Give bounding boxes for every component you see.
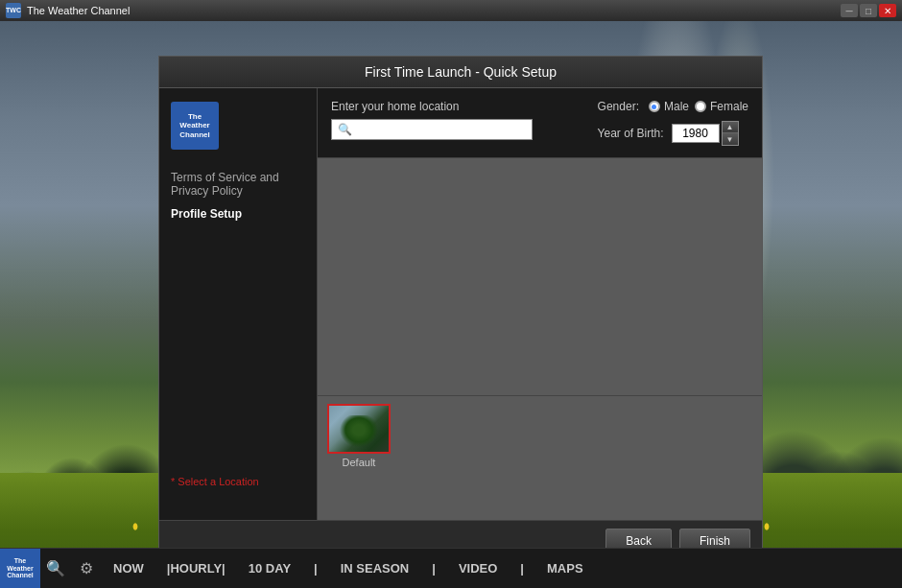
theme-default-item[interactable]: Default (327, 404, 391, 512)
logo-line3: Channel (179, 130, 210, 140)
dialog-sidebar: The Weather Channel Terms of Service and… (159, 88, 318, 520)
close-button[interactable]: ✕ (879, 4, 896, 17)
taskbar-nav: NOW |HOURLY| 10 DAY | IN SEASON | VIDEO … (102, 549, 902, 589)
titlebar-buttons: ─ □ ✕ (841, 4, 896, 17)
taskbar-logo: The Weather Channel (0, 549, 40, 589)
content-thumbs: Default (318, 395, 762, 520)
yob-increment-button[interactable]: ▲ (723, 122, 738, 133)
taskbar-nav-10day[interactable]: 10 DAY (237, 549, 302, 589)
app-icon: TWC (6, 3, 21, 18)
yob-input-wrap: ▲ ▼ (672, 121, 739, 146)
profile-label: Profile Setup (171, 207, 242, 221)
content-middle (318, 158, 762, 395)
taskbar: The Weather Channel 🔍 ⚙ NOW |HOURLY| 10 … (0, 548, 902, 588)
tos-line1: Terms of Service and (171, 171, 305, 184)
taskbar-nav-video[interactable]: VIDEO (447, 549, 509, 589)
gender-female-label: Female (710, 100, 748, 113)
sidebar-nav: Terms of Service and Privacy Policy Prof… (171, 169, 305, 223)
sidebar-item-profile[interactable]: Profile Setup (171, 205, 305, 223)
sidebar-logo: The Weather Channel (171, 102, 219, 150)
location-label: Enter your home location (331, 100, 579, 113)
dialog-title: First Time Launch - Quick Setup (159, 57, 762, 88)
taskbar-nav-now[interactable]: NOW (102, 549, 155, 589)
gender-male-option[interactable]: Male (649, 100, 689, 113)
gender-male-radio[interactable] (649, 101, 660, 112)
taskbar-logo-line3: Channel (7, 572, 34, 579)
yob-spinner: ▲ ▼ (722, 121, 739, 146)
logo-line1: The (188, 112, 202, 122)
yob-decrement-button[interactable]: ▼ (723, 133, 738, 145)
yob-row: Year of Birth: ▲ ▼ (598, 121, 748, 146)
taskbar-separator-1: | (302, 549, 329, 589)
taskbar-logo-line1: The (14, 557, 26, 565)
yob-input[interactable] (672, 124, 720, 143)
taskbar-nav-inseason[interactable]: IN SEASON (329, 549, 421, 589)
taskbar-logo-line2: Weather (7, 565, 34, 573)
search-icon: 🔍 (338, 123, 352, 136)
titlebar: TWC The Weather Channel ─ □ ✕ (0, 0, 902, 21)
taskbar-nav-hourly[interactable]: |HOURLY| (155, 549, 237, 589)
gender-female-radio[interactable] (695, 101, 706, 112)
taskbar-separator-3: | (509, 549, 535, 589)
location-section: Enter your home location 🔍 (331, 100, 579, 146)
taskbar-separator-2: | (420, 549, 447, 589)
gender-male-label: Male (664, 100, 689, 113)
gender-row: Gender: Male Female (598, 100, 748, 113)
titlebar-title: The Weather Channel (27, 5, 841, 16)
location-input[interactable] (356, 123, 526, 136)
tos-line2: Privacy Policy (171, 184, 305, 198)
yob-label: Year of Birth: (598, 127, 664, 140)
logo-line2: Weather (179, 121, 209, 130)
taskbar-settings-button[interactable]: ⚙ (71, 549, 102, 589)
dialog-body: The Weather Channel Terms of Service and… (159, 88, 762, 520)
maximize-button[interactable]: □ (860, 4, 877, 17)
gender-female-option[interactable]: Female (695, 100, 748, 113)
setup-dialog: First Time Launch - Quick Setup The Weat… (158, 56, 763, 562)
minimize-button[interactable]: ─ (841, 4, 858, 17)
taskbar-search-button[interactable]: 🔍 (40, 549, 71, 589)
gender-label: Gender: (598, 100, 639, 113)
gender-section: Gender: Male Female Year of Birth: (598, 100, 748, 146)
select-location-warning: * Select a Location (171, 476, 305, 487)
dialog-content: Enter your home location 🔍 Gender: Male (318, 88, 762, 520)
theme-default-thumbnail (327, 404, 391, 454)
theme-tree-graphic (340, 415, 378, 452)
location-input-wrap[interactable]: 🔍 (331, 119, 533, 140)
taskbar-nav-maps[interactable]: MAPS (535, 549, 595, 589)
sidebar-item-tos[interactable]: Terms of Service and Privacy Policy (171, 169, 305, 200)
theme-default-label: Default (343, 457, 376, 468)
content-top: Enter your home location 🔍 Gender: Male (318, 88, 762, 158)
